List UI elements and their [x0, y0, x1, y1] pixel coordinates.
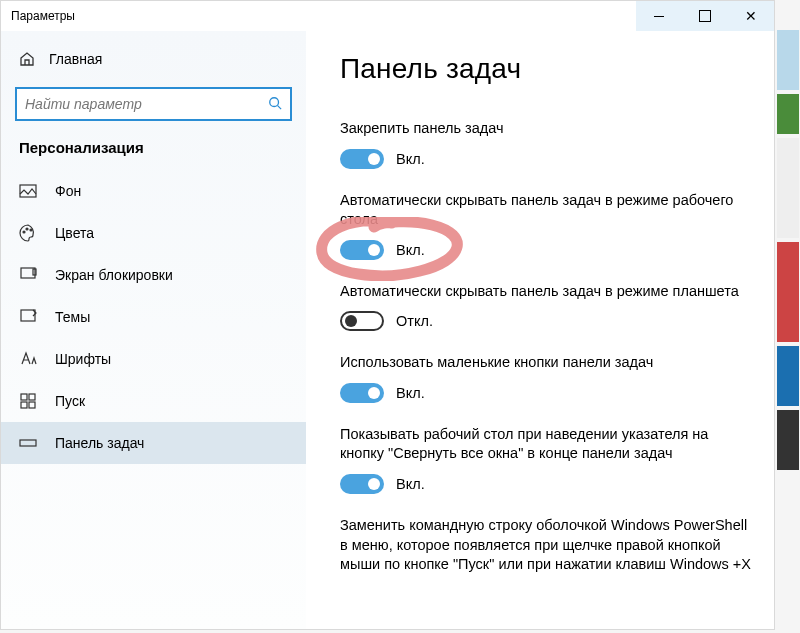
settings-window: Параметры ✕ Главная Персонализация [0, 0, 775, 630]
svg-point-4 [30, 229, 32, 231]
setting-label: Закрепить панель задач [340, 119, 754, 139]
nav-label: Панель задач [55, 435, 144, 451]
search-icon [268, 96, 282, 113]
nav-label: Фон [55, 183, 81, 199]
window-title: Параметры [11, 9, 636, 23]
sidebar-item-colors[interactable]: Цвета [1, 212, 306, 254]
toggle-state-text: Вкл. [396, 151, 425, 167]
toggle-knob [368, 244, 380, 256]
toggle-peek-desktop[interactable] [340, 474, 384, 494]
toggle-autohide-tablet[interactable] [340, 311, 384, 331]
toggle-knob [368, 387, 380, 399]
home-icon [19, 51, 35, 67]
nav-label: Пуск [55, 393, 85, 409]
sidebar-item-lockscreen[interactable]: Экран блокировки [1, 254, 306, 296]
themes-icon [19, 308, 37, 326]
lockscreen-icon [19, 266, 37, 284]
home-nav[interactable]: Главная [1, 45, 306, 73]
start-icon [19, 392, 37, 410]
sidebar-item-start[interactable]: Пуск [1, 380, 306, 422]
sidebar-item-taskbar[interactable]: Панель задач [1, 422, 306, 464]
svg-rect-9 [29, 394, 35, 400]
toggle-autohide-desktop[interactable] [340, 240, 384, 260]
search-wrap [15, 87, 292, 121]
category-heading: Персонализация [1, 139, 306, 170]
sidebar-item-background[interactable]: Фон [1, 170, 306, 212]
minimize-button[interactable] [636, 1, 682, 31]
toggle-state-text: Вкл. [396, 242, 425, 258]
setting-peek-desktop: Показывать рабочий стол при наведении ук… [340, 425, 754, 494]
sidebar: Главная Персонализация Фон Цвета [1, 31, 306, 629]
sidebar-item-fonts[interactable]: Шрифты [1, 338, 306, 380]
setting-autohide-desktop: Автоматически скрывать панель задач в ре… [340, 191, 754, 260]
maximize-button[interactable] [682, 1, 728, 31]
svg-point-3 [26, 228, 28, 230]
setting-label: Использовать маленькие кнопки панели зад… [340, 353, 754, 373]
nav-label: Шрифты [55, 351, 111, 367]
taskbar-icon [19, 434, 37, 452]
svg-rect-10 [21, 402, 27, 408]
toggle-small-buttons[interactable] [340, 383, 384, 403]
setting-small-buttons: Использовать маленькие кнопки панели зад… [340, 353, 754, 403]
setting-label: Автоматически скрывать панель задач в ре… [340, 282, 754, 302]
setting-powershell: Заменить командную строку оболочкой Wind… [340, 516, 754, 575]
page-heading: Панель задач [340, 53, 754, 85]
setting-label: Автоматически скрывать панель задач в ре… [340, 191, 754, 230]
setting-lock-taskbar: Закрепить панель задач Вкл. [340, 119, 754, 169]
home-label: Главная [49, 51, 102, 67]
picture-icon [19, 182, 37, 200]
palette-icon [19, 224, 37, 242]
close-button[interactable]: ✕ [728, 1, 774, 31]
background-window-sliver [777, 30, 799, 630]
toggle-lock-taskbar[interactable] [340, 149, 384, 169]
toggle-state-text: Откл. [396, 313, 433, 329]
setting-autohide-tablet: Автоматически скрывать панель задач в ре… [340, 282, 754, 332]
svg-point-0 [270, 97, 279, 106]
toggle-knob [345, 315, 357, 327]
window-body: Главная Персонализация Фон Цвета [1, 31, 774, 629]
search-box[interactable] [15, 87, 292, 121]
setting-label: Показывать рабочий стол при наведении ук… [340, 425, 754, 464]
titlebar: Параметры ✕ [1, 1, 774, 31]
toggle-knob [368, 153, 380, 165]
search-input[interactable] [25, 96, 268, 112]
nav-label: Экран блокировки [55, 267, 173, 283]
setting-label: Заменить командную строку оболочкой Wind… [340, 516, 754, 575]
svg-rect-12 [20, 440, 36, 446]
window-controls: ✕ [636, 1, 774, 31]
toggle-state-text: Вкл. [396, 385, 425, 401]
fonts-icon [19, 350, 37, 368]
nav-label: Темы [55, 309, 90, 325]
svg-point-2 [23, 231, 25, 233]
toggle-state-text: Вкл. [396, 476, 425, 492]
sidebar-item-themes[interactable]: Темы [1, 296, 306, 338]
svg-rect-11 [29, 402, 35, 408]
toggle-knob [368, 478, 380, 490]
svg-rect-8 [21, 394, 27, 400]
content-pane: Панель задач Закрепить панель задач Вкл.… [306, 31, 774, 629]
nav-label: Цвета [55, 225, 94, 241]
